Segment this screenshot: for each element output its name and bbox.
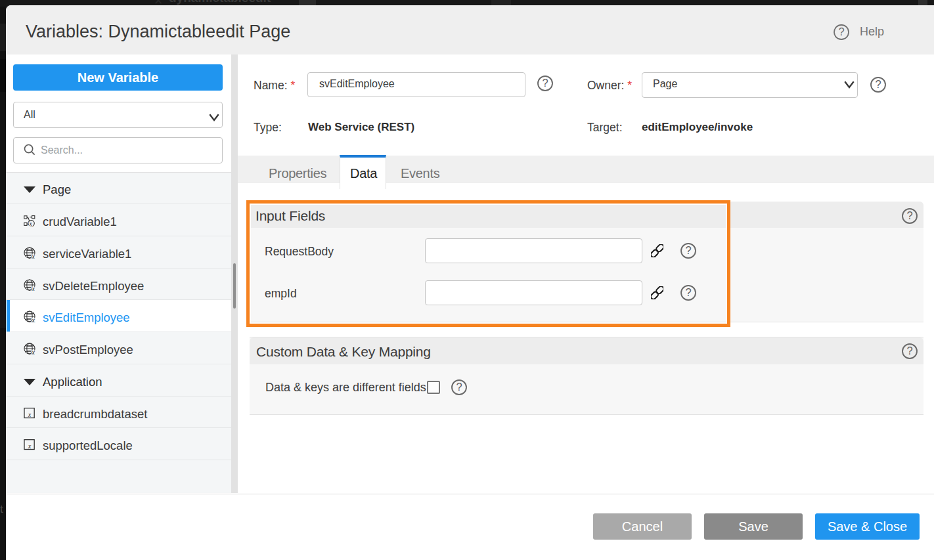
svg-text:x: x <box>28 412 32 418</box>
svg-text:?: ? <box>906 209 912 221</box>
svg-text:x: x <box>32 348 35 355</box>
svg-text:x: x <box>29 221 33 227</box>
svg-text:?: ? <box>456 381 462 393</box>
svg-text:?: ? <box>906 345 912 356</box>
svg-text:?: ? <box>542 77 548 89</box>
svg-text:x: x <box>32 252 35 259</box>
svg-text:x: x <box>32 316 35 322</box>
svg-text:?: ? <box>838 26 844 37</box>
svg-text:?: ? <box>875 78 881 90</box>
svg-text:x: x <box>28 443 32 450</box>
svg-text:x: x <box>32 284 35 291</box>
